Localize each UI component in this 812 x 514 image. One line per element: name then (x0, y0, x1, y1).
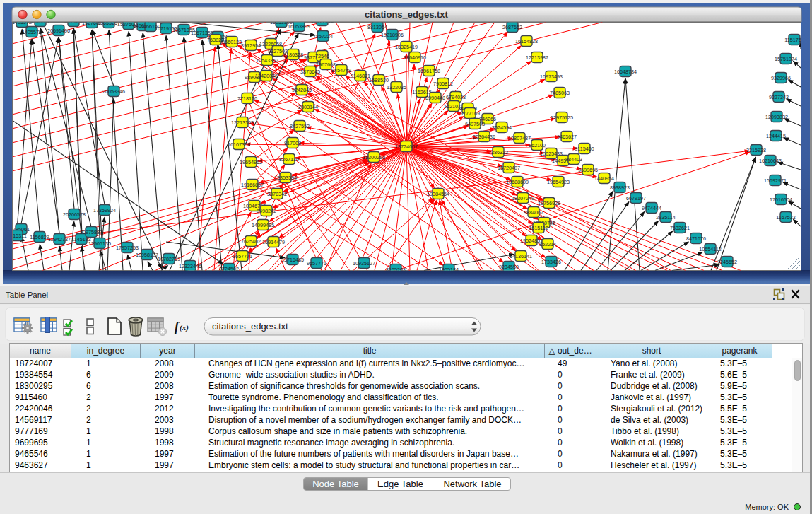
svg-text:7857224: 7857224 (313, 33, 333, 40)
svg-text:16914479: 16914479 (262, 239, 285, 245)
svg-text:8454749: 8454749 (331, 67, 351, 74)
svg-text:7625402: 7625402 (241, 238, 261, 245)
svg-text:9245652: 9245652 (717, 259, 737, 265)
svg-text:1405572: 1405572 (22, 29, 42, 35)
svg-text:6679197: 6679197 (626, 195, 646, 201)
svg-text:8427552: 8427552 (290, 123, 310, 129)
svg-text:16053809: 16053809 (288, 23, 310, 30)
svg-text:20691406: 20691406 (47, 28, 70, 34)
svg-text:7485063: 7485063 (550, 90, 570, 96)
svg-text:10782759: 10782759 (158, 256, 180, 262)
svg-text:1322035: 1322035 (387, 84, 406, 90)
svg-text:9657771: 9657771 (307, 260, 326, 267)
svg-text:1440954: 1440954 (594, 175, 614, 182)
svg-text:9146821: 9146821 (351, 73, 370, 79)
svg-text:1244415: 1244415 (766, 133, 786, 139)
svg-text:12213987: 12213987 (526, 54, 548, 61)
svg-text:10935127: 10935127 (353, 260, 375, 267)
svg-text:12213363: 12213363 (231, 119, 254, 126)
svg-text:18300295: 18300295 (363, 154, 385, 160)
svg-text:20206578: 20206578 (63, 211, 86, 218)
svg-text:9884067: 9884067 (524, 209, 543, 216)
svg-text:20364436: 20364436 (473, 134, 495, 140)
svg-text:16648784: 16648784 (614, 69, 637, 75)
svg-text:15692971: 15692971 (764, 177, 787, 184)
svg-text:10958107: 10958107 (136, 252, 158, 258)
svg-text:3024554: 3024554 (492, 124, 512, 131)
svg-text:3912954: 3912954 (241, 42, 261, 49)
svg-text:17359924: 17359924 (93, 207, 116, 214)
svg-text:12505135: 12505135 (88, 240, 111, 247)
svg-text:1588520: 1588520 (369, 77, 389, 83)
svg-text:8990448: 8990448 (425, 95, 445, 101)
svg-text:16107359: 16107359 (228, 141, 250, 148)
svg-text:12323446: 12323446 (179, 263, 201, 269)
svg-text:8938923: 8938923 (610, 185, 630, 191)
svg-text:14099485: 14099485 (252, 222, 274, 228)
svg-text:2718170: 2718170 (237, 95, 257, 102)
svg-text:9657771: 9657771 (233, 253, 252, 259)
svg-text:18307249: 18307249 (512, 195, 534, 201)
svg-text:18640910: 18640910 (404, 54, 426, 61)
svg-text:6497508: 6497508 (465, 121, 485, 127)
svg-text:10807487: 10807487 (508, 135, 531, 141)
svg-text:2687652: 2687652 (502, 24, 522, 30)
svg-text:10973493: 10973493 (540, 74, 563, 80)
svg-text:(x): (x) (180, 323, 189, 332)
svg-text:8813054: 8813054 (367, 24, 387, 30)
svg-text:10688609: 10688609 (506, 179, 529, 185)
svg-text:8660123: 8660123 (222, 39, 242, 45)
svg-text:2803144: 2803144 (298, 104, 318, 110)
svg-text:9498242: 9498242 (257, 208, 276, 214)
svg-text:12942737: 12942737 (48, 236, 71, 243)
svg-text:3215938: 3215938 (746, 147, 766, 153)
svg-text:1167533: 1167533 (776, 214, 795, 221)
svg-text:17016504: 17016504 (770, 197, 792, 203)
svg-text:12975125: 12975125 (551, 115, 573, 121)
svg-text:6794028: 6794028 (446, 94, 466, 100)
svg-text:13716485: 13716485 (281, 257, 304, 263)
svg-text:17957253: 17957253 (116, 245, 139, 251)
svg-text:8267130: 8267130 (279, 156, 299, 163)
svg-text:8186328: 8186328 (283, 52, 303, 58)
svg-text:15720407: 15720407 (498, 165, 520, 171)
svg-text:19654962: 19654962 (240, 159, 262, 165)
svg-text:9463627: 9463627 (557, 134, 577, 140)
svg-text:9234550: 9234550 (499, 264, 519, 270)
svg-text:12353594: 12353594 (274, 175, 297, 181)
svg-text:1733426: 1733426 (541, 259, 561, 265)
svg-text:7632621: 7632621 (670, 225, 690, 231)
svg-text:16210643: 16210643 (759, 158, 782, 164)
svg-text:10654112: 10654112 (699, 246, 721, 252)
svg-text:72546: 72546 (315, 53, 329, 59)
svg-text:12093832: 12093832 (765, 114, 788, 120)
svg-text:7386322: 7386322 (488, 149, 508, 156)
svg-text:9474444: 9474444 (642, 205, 661, 211)
svg-text:9242845: 9242845 (292, 87, 312, 93)
svg-text:9227343: 9227343 (769, 94, 789, 100)
svg-text:15751074: 15751074 (775, 56, 797, 62)
svg-text:18724007: 18724007 (395, 144, 418, 150)
svg-text:817008: 817008 (284, 140, 301, 146)
svg-text:2935114: 2935114 (656, 214, 675, 221)
svg-text:7955812: 7955812 (433, 81, 453, 87)
svg-text:8471676: 8471676 (686, 235, 706, 242)
svg-text:16154838: 16154838 (515, 38, 538, 45)
svg-text:9777169: 9777169 (460, 110, 480, 117)
svg-text:citations_edges.txt: citations_edges.txt (365, 9, 448, 20)
svg-text:20053346: 20053346 (102, 88, 125, 95)
svg-text:3875645: 3875645 (300, 69, 320, 75)
svg-text:9699695: 9699695 (578, 167, 598, 173)
svg-text:1615112: 1615112 (529, 225, 548, 231)
svg-text:19384554: 19384554 (427, 191, 449, 197)
svg-text:19166857: 19166857 (241, 182, 264, 188)
svg-text:16961758: 16961758 (418, 68, 440, 74)
svg-text:3878342: 3878342 (267, 191, 287, 197)
svg-text:19654923: 19654923 (547, 179, 570, 185)
svg-text:10543362: 10543362 (256, 57, 278, 64)
svg-text:19756928: 19756928 (538, 200, 560, 206)
svg-text:90975887: 90975887 (80, 229, 102, 235)
svg-text:862100: 862100 (529, 142, 546, 148)
svg-text:9329966: 9329966 (771, 75, 791, 81)
svg-text:1156829: 1156829 (30, 234, 49, 240)
